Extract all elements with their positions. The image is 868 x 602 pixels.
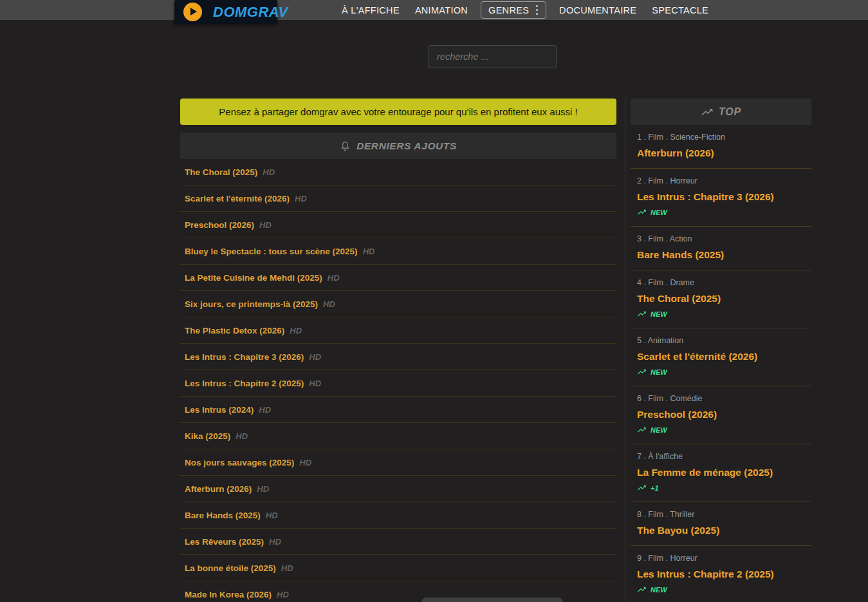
movie-title-link[interactable]: La Petite Cuisine de Mehdi (2025) xyxy=(185,273,322,283)
top-item-title-link[interactable]: Afterburn (2026) xyxy=(637,147,714,159)
top-item-badge: NEW xyxy=(637,207,811,217)
movie-title-link[interactable]: The Choral (2025) xyxy=(185,167,257,177)
top-item-badge: NEW xyxy=(637,425,811,435)
quality-badge: HD xyxy=(257,484,269,494)
trending-up-icon xyxy=(637,207,647,217)
movie-title-link[interactable]: Les Intrus (2024) xyxy=(185,405,254,415)
play-icon xyxy=(183,3,202,21)
share-banner-text: Pensez à partager domgrav avec votre ent… xyxy=(219,106,577,117)
list-item: Les Intrus : Chapitre 2 (2025) HD xyxy=(180,370,616,397)
bottom-partial-button[interactable] xyxy=(421,597,563,602)
list-item: Preschool (2026) HD xyxy=(180,212,616,238)
main-nav: À L'AFFICHE ANIMATION GENRES DOCUMENTAIR… xyxy=(342,0,708,20)
top-item-title-link[interactable]: Scarlet et l'éternité (2026) xyxy=(637,351,757,362)
top-badge-label: NEW xyxy=(651,209,667,216)
top-item-meta: 5 . Animation xyxy=(637,336,811,345)
trending-up-icon xyxy=(637,585,647,594)
page: DOMGRAV À L'AFFICHE ANIMATION GENRES DOC… xyxy=(0,0,868,602)
quality-badge: HD xyxy=(259,405,271,415)
top-item-title-link[interactable]: The Bayou (2025) xyxy=(637,525,719,536)
list-item: Six jours, ce printemps-là (2025) HD xyxy=(180,291,616,317)
top-item: 4 . Film . Drame The Choral (2025) NEW xyxy=(631,270,811,328)
movie-title-link[interactable]: Les Intrus : Chapitre 2 (2025) xyxy=(185,379,304,388)
nav-item-spectacle[interactable]: SPECTACLE xyxy=(652,5,708,15)
quality-badge: HD xyxy=(295,194,307,203)
movie-title-link[interactable]: Les Intrus : Chapitre 3 (2026) xyxy=(185,352,304,362)
list-item: Bare Hands (2025) HD xyxy=(180,502,616,529)
top-header: TOP xyxy=(631,99,811,125)
top-badge-label: NEW xyxy=(651,310,667,318)
movie-title-link[interactable]: Preschool (2026) xyxy=(185,220,254,230)
top-item-title-link[interactable]: Les Intrus : Chapitre 2 (2025) xyxy=(637,569,774,580)
top-item-meta: 3 . Film . Action xyxy=(637,234,811,243)
trending-up-icon xyxy=(637,309,647,319)
nav-item-animation[interactable]: ANIMATION xyxy=(415,5,468,15)
top-item: 3 . Film . Action Bare Hands (2025) xyxy=(631,227,811,270)
list-item: Kika (2025) HD xyxy=(180,423,616,449)
trending-up-icon xyxy=(637,483,647,493)
movie-title-link[interactable]: Kika (2025) xyxy=(185,431,230,441)
top-badge-label: +1 xyxy=(651,484,659,492)
bell-icon xyxy=(340,140,351,152)
list-item: La bonne étoile (2025) HD xyxy=(180,555,616,581)
top-badge-label: NEW xyxy=(651,368,667,376)
movie-title-link[interactable]: La bonne étoile (2025) xyxy=(185,563,276,573)
list-item: Scarlet et l'éternité (2026) HD xyxy=(180,185,616,212)
quality-badge: HD xyxy=(263,167,275,177)
list-item: Afterburn (2026) HD xyxy=(180,476,616,502)
top-item-meta: 4 . Film . Drame xyxy=(637,278,811,287)
nav-item-genres[interactable]: GENRES xyxy=(481,1,546,19)
top-badge-label: NEW xyxy=(651,586,667,594)
movie-title-link[interactable]: Nos jours sauvages (2025) xyxy=(185,458,294,467)
sidebar-divider xyxy=(625,95,625,602)
top-item-title-link[interactable]: Les Intrus : Chapitre 3 (2026) xyxy=(637,191,774,203)
top-list: 1 . Film . Science-Fiction Afterburn (20… xyxy=(631,125,811,602)
quality-badge: HD xyxy=(277,590,289,599)
nav-item-documentaire[interactable]: DOCUMENTAIRE xyxy=(559,5,636,15)
quality-badge: HD xyxy=(266,511,278,520)
top-item-title-link[interactable]: La Femme de ménage (2025) xyxy=(637,467,773,478)
top-item: 6 . Film . Comédie Preschool (2026) NEW xyxy=(631,386,811,444)
kebab-menu-icon xyxy=(535,5,539,15)
latest-list: The Choral (2025) HD Scarlet et l'éterni… xyxy=(180,159,616,602)
search-input[interactable] xyxy=(429,45,557,68)
top-item-badge: +1 xyxy=(637,483,811,493)
top-item-badge: NEW xyxy=(637,309,811,319)
quality-badge: HD xyxy=(299,458,311,467)
quality-badge: HD xyxy=(328,273,340,283)
top-item-title-link[interactable]: Bare Hands (2025) xyxy=(637,249,724,261)
movie-title-link[interactable]: Made In Korea (2026) xyxy=(185,590,272,599)
quality-badge: HD xyxy=(323,299,335,309)
top-item: 8 . Film . Thriller The Bayou (2025) xyxy=(631,502,811,546)
share-banner: Pensez à partager domgrav avec votre ent… xyxy=(180,99,616,125)
top-item-badge: NEW xyxy=(637,367,811,377)
movie-title-link[interactable]: Bluey le Spectacle : tous sur scène (202… xyxy=(185,247,358,256)
movie-title-link[interactable]: Six jours, ce printemps-là (2025) xyxy=(185,299,318,309)
top-item-meta: 2 . Film . Horreur xyxy=(637,176,811,185)
movie-title-link[interactable]: Scarlet et l'éternité (2026) xyxy=(185,194,290,203)
latest-additions-title: DERNIERS AJOUTS xyxy=(356,140,457,152)
top-item-meta: 9 . Film . Horreur xyxy=(637,554,811,563)
top-item: 7 . À l'affiche La Femme de ménage (2025… xyxy=(631,444,811,502)
quality-badge: HD xyxy=(281,563,293,573)
quality-badge: HD xyxy=(309,352,321,362)
quality-badge: HD xyxy=(363,247,375,256)
quality-badge: HD xyxy=(309,379,321,388)
movie-title-link[interactable]: The Plastic Detox (2026) xyxy=(185,326,284,335)
trending-up-icon xyxy=(637,367,647,377)
movie-title-link[interactable]: Bare Hands (2025) xyxy=(185,511,261,520)
list-item: The Choral (2025) HD xyxy=(180,159,616,185)
quality-badge: HD xyxy=(269,537,281,547)
site-logo[interactable]: DOMGRAV xyxy=(174,0,277,24)
trending-up-icon xyxy=(637,425,647,435)
top-item-title-link[interactable]: Preschool (2026) xyxy=(637,409,717,420)
movie-title-link[interactable]: Afterburn (2026) xyxy=(185,484,252,494)
top-sidebar: TOP 1 . Film . Science-Fiction Afterburn… xyxy=(631,99,811,602)
list-item: La Petite Cuisine de Mehdi (2025) HD xyxy=(180,265,616,291)
top-item-meta: 8 . Film . Thriller xyxy=(637,510,811,519)
nav-item-a-laffiche[interactable]: À L'AFFICHE xyxy=(342,5,400,15)
movie-title-link[interactable]: Les Rêveurs (2025) xyxy=(185,537,264,547)
top-item-title-link[interactable]: The Choral (2025) xyxy=(637,293,721,305)
top-item: 5 . Animation Scarlet et l'éternité (202… xyxy=(631,328,811,386)
trending-up-icon xyxy=(701,106,714,118)
